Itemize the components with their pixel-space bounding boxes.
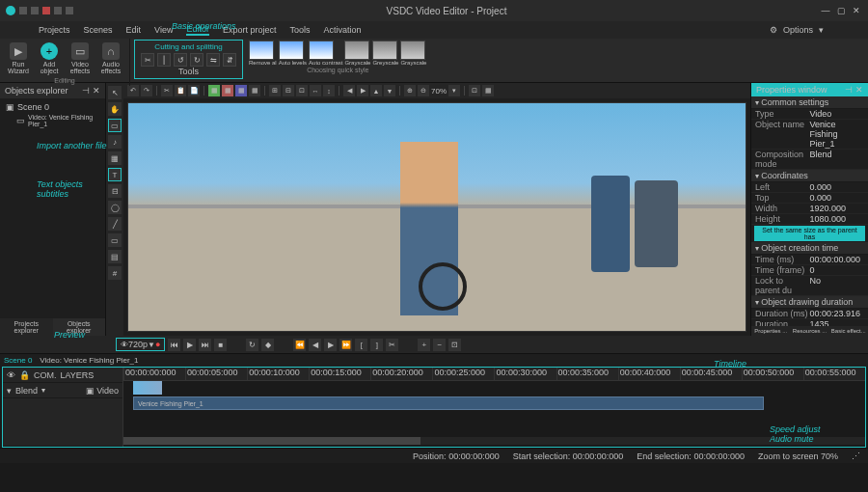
minimize-icon[interactable]: — bbox=[820, 5, 831, 16]
import-icon[interactable]: ▭ bbox=[108, 119, 122, 132]
tbtn[interactable]: ◀ bbox=[343, 85, 355, 96]
tl-clip[interactable]: Video: Venice Fishing Pier_1 bbox=[40, 356, 138, 365]
menu-editor[interactable]: Editor bbox=[186, 24, 209, 36]
tbtn[interactable]: ▾ bbox=[448, 85, 460, 96]
shape-icon[interactable]: ◯ bbox=[108, 201, 122, 214]
prev-frame-icon[interactable]: ⏮ bbox=[168, 339, 180, 351]
step-back-icon[interactable]: ◀ bbox=[309, 339, 321, 351]
text-icon[interactable]: T bbox=[108, 168, 122, 181]
section-creation[interactable]: ▾ Object creation time bbox=[751, 242, 868, 255]
menu-edit[interactable]: Edit bbox=[126, 25, 142, 35]
tbtn[interactable]: ↕ bbox=[323, 85, 335, 96]
style-thumb[interactable]: Grayscale bbox=[344, 41, 370, 66]
rect-icon[interactable]: ▭ bbox=[108, 233, 122, 247]
tbtn[interactable]: ✂ bbox=[161, 85, 173, 96]
loop-icon[interactable]: ↻ bbox=[246, 339, 258, 351]
style-thumb[interactable]: Grayscale bbox=[400, 41, 426, 66]
fit-icon[interactable]: ⊡ bbox=[448, 339, 461, 351]
tl-scene[interactable]: Scene 0 bbox=[4, 356, 32, 365]
rotate-right-icon[interactable]: ↻ bbox=[190, 53, 203, 67]
eye-icon[interactable]: 👁 bbox=[7, 370, 15, 380]
tree-scene[interactable]: ▣ Scene 0 bbox=[3, 101, 102, 113]
tab-properties[interactable]: Properties ... bbox=[751, 326, 790, 336]
tbtn[interactable]: ▦ bbox=[249, 85, 260, 96]
tbtn[interactable]: ▦ bbox=[482, 85, 494, 96]
run-wizard-button[interactable]: ▶Run Wizard bbox=[4, 41, 33, 76]
style-thumb[interactable]: Greyscale bbox=[372, 41, 398, 66]
goto-end-icon[interactable]: ⏩ bbox=[339, 339, 352, 351]
tbtn[interactable]: ▼ bbox=[384, 85, 395, 96]
zoom-in-icon[interactable]: + bbox=[418, 339, 430, 351]
set-size-button[interactable]: Set the same size as the parent has bbox=[754, 226, 865, 241]
section-common[interactable]: ▾ Common settings bbox=[751, 96, 868, 109]
tab-objects-explorer[interactable]: Objects explorer bbox=[53, 318, 106, 336]
tbtn[interactable]: 📄 bbox=[188, 85, 200, 96]
tbtn[interactable]: ↷ bbox=[141, 85, 152, 96]
tbtn[interactable]: ⊡ bbox=[469, 85, 480, 96]
tbtn[interactable]: ▲ bbox=[370, 85, 382, 96]
tbtn[interactable]: ▦ bbox=[235, 85, 247, 96]
tbtn[interactable]: ↶ bbox=[127, 85, 139, 96]
tab-projects-explorer[interactable]: Projects explorer bbox=[0, 318, 53, 336]
audio-effects-button[interactable]: ∩Audio effects bbox=[96, 41, 125, 76]
quality-selector[interactable]: 👁 720p ▼ ● bbox=[116, 338, 165, 351]
preview-canvas[interactable] bbox=[127, 102, 746, 332]
next-frame-icon[interactable]: ⏭ bbox=[199, 339, 211, 351]
com-button[interactable]: COM. bbox=[34, 370, 57, 380]
play-icon[interactable]: ▶ bbox=[183, 339, 196, 351]
section-coords[interactable]: ▾ Coordinates bbox=[751, 170, 868, 182]
hand-icon[interactable]: ✋ bbox=[108, 102, 122, 116]
tbtn[interactable]: ⊞ bbox=[269, 85, 281, 96]
tab-resources[interactable]: Resources ... bbox=[790, 326, 828, 336]
menu-activation[interactable]: Activation bbox=[323, 25, 361, 35]
audio-icon[interactable]: ♪ bbox=[108, 135, 122, 149]
marker-icon[interactable]: ◆ bbox=[261, 339, 274, 351]
video-effects-button[interactable]: ▭Video effects bbox=[66, 41, 95, 76]
split-icon[interactable]: ⎮ bbox=[157, 53, 171, 67]
track-row[interactable] bbox=[3, 398, 122, 447]
clip-thumbnail[interactable] bbox=[133, 381, 162, 395]
menu-scenes[interactable]: Scenes bbox=[84, 25, 113, 35]
rotate-left-icon[interactable]: ↺ bbox=[174, 53, 187, 67]
tbtn[interactable]: ⊟ bbox=[283, 85, 294, 96]
menu-projects[interactable]: Projects bbox=[39, 25, 70, 35]
style-thumb[interactable]: Remove al bbox=[249, 41, 277, 66]
tbtn[interactable]: ▦ bbox=[208, 85, 220, 96]
tbtn[interactable]: ↔ bbox=[310, 85, 321, 96]
cut-icon[interactable]: ✂ bbox=[386, 339, 398, 351]
tbtn[interactable]: ⊕ bbox=[404, 85, 416, 96]
counter-icon[interactable]: # bbox=[108, 266, 122, 280]
subtitle-icon[interactable]: ⊟ bbox=[108, 184, 122, 198]
maximize-icon[interactable]: ▢ bbox=[835, 5, 847, 16]
time-ruler[interactable]: 00:00:00:00000:00:05:00000:00:10:000 00:… bbox=[123, 368, 865, 381]
h-scrollbar[interactable] bbox=[123, 437, 865, 445]
toolbar-dot[interactable] bbox=[54, 7, 62, 14]
toolbar-dot[interactable] bbox=[31, 7, 39, 14]
add-object-button[interactable]: +Add object bbox=[35, 41, 64, 76]
flip-v-icon[interactable]: ⇵ bbox=[223, 53, 236, 67]
lock-icon[interactable]: 🔒 bbox=[19, 370, 30, 380]
stop-icon[interactable]: ■ bbox=[214, 339, 227, 351]
menu-tools[interactable]: Tools bbox=[289, 25, 310, 35]
tbtn[interactable]: ⊡ bbox=[296, 85, 308, 96]
close-icon[interactable]: ✕ bbox=[851, 5, 862, 16]
zoom-out-icon[interactable]: − bbox=[433, 339, 446, 351]
tbtn[interactable]: 📋 bbox=[175, 85, 186, 96]
timeline-tracks[interactable]: 00:00:00:00000:00:05:00000:00:10:000 00:… bbox=[123, 368, 865, 447]
menu-view[interactable]: View bbox=[154, 25, 173, 35]
style-thumb[interactable]: Auto contrast bbox=[309, 41, 342, 66]
in-icon[interactable]: [ bbox=[355, 339, 367, 351]
out-icon[interactable]: ] bbox=[370, 339, 383, 351]
options-menu[interactable]: ⚙ Options ▾ bbox=[770, 25, 829, 35]
layers-button[interactable]: LAYERS bbox=[61, 370, 95, 380]
image-icon[interactable]: ▦ bbox=[108, 151, 122, 165]
style-thumb[interactable]: Auto levels bbox=[279, 41, 307, 66]
timeline-blend[interactable]: ▾ Blend ▾ ▣ Video bbox=[3, 383, 122, 398]
pin-icon[interactable]: ⊣ ✕ bbox=[82, 86, 100, 96]
goto-start-icon[interactable]: ⏪ bbox=[293, 339, 306, 351]
tab-effects[interactable]: Basic effect... bbox=[829, 326, 868, 336]
step-fwd-icon[interactable]: ▶ bbox=[324, 339, 337, 351]
toolbar-dot[interactable] bbox=[66, 7, 73, 14]
toolbar-dot[interactable] bbox=[19, 7, 27, 14]
tbtn[interactable]: ▶ bbox=[357, 85, 368, 96]
